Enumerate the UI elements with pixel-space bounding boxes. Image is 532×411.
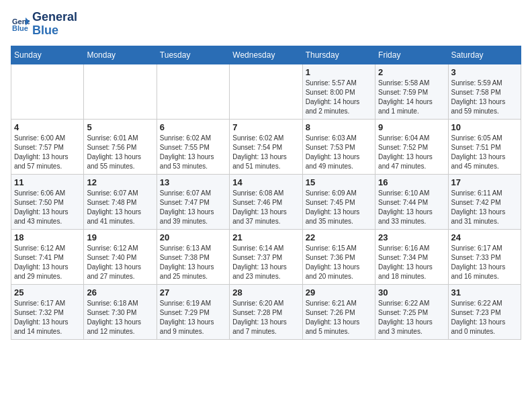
day-number: 20 <box>160 232 226 242</box>
day-number: 29 <box>306 287 372 298</box>
cell-info: Sunrise: 6:06 AM Sunset: 7:50 PM Dayligh… <box>14 189 81 226</box>
cell-info: Sunrise: 6:13 AM Sunset: 7:38 PM Dayligh… <box>160 244 226 281</box>
day-number: 8 <box>306 122 372 132</box>
calendar-cell: 4Sunrise: 6:00 AM Sunset: 7:57 PM Daylig… <box>11 119 84 174</box>
weekday-header-sunday: Sunday <box>11 46 84 64</box>
day-number: 9 <box>378 122 445 132</box>
cell-info: Sunrise: 6:07 AM Sunset: 7:47 PM Dayligh… <box>160 189 226 226</box>
week-row-3: 11Sunrise: 6:06 AM Sunset: 7:50 PM Dayli… <box>11 174 521 229</box>
day-number: 11 <box>14 177 81 187</box>
day-number: 18 <box>14 232 81 242</box>
cell-info: Sunrise: 6:16 AM Sunset: 7:34 PM Dayligh… <box>378 244 445 281</box>
cell-info: Sunrise: 6:11 AM Sunset: 7:42 PM Dayligh… <box>451 189 518 226</box>
day-number: 15 <box>306 177 372 187</box>
calendar-cell: 24Sunrise: 6:17 AM Sunset: 7:33 PM Dayli… <box>448 229 521 284</box>
weekday-header-wednesday: Wednesday <box>230 46 302 64</box>
calendar-cell: 13Sunrise: 6:07 AM Sunset: 7:47 PM Dayli… <box>157 174 229 229</box>
calendar-cell: 16Sunrise: 6:10 AM Sunset: 7:44 PM Dayli… <box>375 174 448 229</box>
week-row-2: 4Sunrise: 6:00 AM Sunset: 7:57 PM Daylig… <box>11 119 521 174</box>
day-number: 7 <box>232 122 299 132</box>
weekday-header-saturday: Saturday <box>448 46 521 64</box>
day-number: 27 <box>160 287 226 298</box>
day-number: 31 <box>451 287 518 298</box>
cell-info: Sunrise: 6:12 AM Sunset: 7:41 PM Dayligh… <box>14 244 81 281</box>
cell-info: Sunrise: 6:07 AM Sunset: 7:48 PM Dayligh… <box>87 189 153 226</box>
calendar-cell: 15Sunrise: 6:09 AM Sunset: 7:45 PM Dayli… <box>302 174 375 229</box>
calendar-cell: 7Sunrise: 6:02 AM Sunset: 7:54 PM Daylig… <box>230 119 302 174</box>
week-row-5: 25Sunrise: 6:17 AM Sunset: 7:32 PM Dayli… <box>11 284 521 339</box>
cell-info: Sunrise: 6:02 AM Sunset: 7:54 PM Dayligh… <box>232 134 299 171</box>
cell-info: Sunrise: 6:00 AM Sunset: 7:57 PM Dayligh… <box>14 134 81 171</box>
cell-info: Sunrise: 6:01 AM Sunset: 7:56 PM Dayligh… <box>87 134 153 171</box>
calendar-cell: 28Sunrise: 6:20 AM Sunset: 7:28 PM Dayli… <box>230 284 302 339</box>
calendar-cell: 21Sunrise: 6:14 AM Sunset: 7:37 PM Dayli… <box>230 229 302 284</box>
weekday-header-friday: Friday <box>375 46 448 64</box>
day-number: 24 <box>451 232 518 242</box>
day-number: 10 <box>451 122 518 132</box>
weekday-header-tuesday: Tuesday <box>157 46 229 64</box>
cell-info: Sunrise: 5:58 AM Sunset: 7:59 PM Dayligh… <box>378 79 445 116</box>
day-number: 14 <box>232 177 299 187</box>
cell-info: Sunrise: 6:19 AM Sunset: 7:29 PM Dayligh… <box>160 299 226 336</box>
weekday-header-thursday: Thursday <box>302 46 375 64</box>
cell-info: Sunrise: 6:05 AM Sunset: 7:51 PM Dayligh… <box>451 134 518 171</box>
day-number: 17 <box>451 177 518 187</box>
day-number: 16 <box>378 177 445 187</box>
day-number: 22 <box>306 232 372 242</box>
calendar-cell: 2Sunrise: 5:58 AM Sunset: 7:59 PM Daylig… <box>375 64 448 119</box>
cell-info: Sunrise: 6:14 AM Sunset: 7:37 PM Dayligh… <box>232 244 299 281</box>
day-number: 13 <box>160 177 226 187</box>
day-number: 4 <box>14 122 81 132</box>
cell-info: Sunrise: 6:03 AM Sunset: 7:53 PM Dayligh… <box>306 134 372 171</box>
calendar-cell <box>157 64 229 119</box>
calendar-cell: 14Sunrise: 6:08 AM Sunset: 7:46 PM Dayli… <box>230 174 302 229</box>
page-header: General Blue General Blue <box>11 11 521 38</box>
day-number: 26 <box>87 287 153 298</box>
cell-info: Sunrise: 6:08 AM Sunset: 7:46 PM Dayligh… <box>232 189 299 226</box>
cell-info: Sunrise: 6:12 AM Sunset: 7:40 PM Dayligh… <box>87 244 153 281</box>
logo: General Blue General Blue <box>11 11 77 38</box>
week-row-4: 18Sunrise: 6:12 AM Sunset: 7:41 PM Dayli… <box>11 229 521 284</box>
cell-info: Sunrise: 6:20 AM Sunset: 7:28 PM Dayligh… <box>232 299 299 336</box>
calendar-table: SundayMondayTuesdayWednesdayThursdayFrid… <box>11 46 521 340</box>
calendar-cell <box>84 64 157 119</box>
calendar-cell: 27Sunrise: 6:19 AM Sunset: 7:29 PM Dayli… <box>157 284 229 339</box>
calendar-cell: 6Sunrise: 6:02 AM Sunset: 7:55 PM Daylig… <box>157 119 229 174</box>
day-number: 6 <box>160 122 226 132</box>
week-row-1: 1Sunrise: 5:57 AM Sunset: 8:00 PM Daylig… <box>11 64 521 119</box>
calendar-cell: 20Sunrise: 6:13 AM Sunset: 7:38 PM Dayli… <box>157 229 229 284</box>
cell-info: Sunrise: 6:09 AM Sunset: 7:45 PM Dayligh… <box>306 189 372 226</box>
day-number: 28 <box>232 287 299 298</box>
calendar-cell: 25Sunrise: 6:17 AM Sunset: 7:32 PM Dayli… <box>11 284 84 339</box>
cell-info: Sunrise: 6:22 AM Sunset: 7:23 PM Dayligh… <box>451 299 518 336</box>
calendar-cell: 1Sunrise: 5:57 AM Sunset: 8:00 PM Daylig… <box>302 64 375 119</box>
cell-info: Sunrise: 5:57 AM Sunset: 8:00 PM Dayligh… <box>306 79 372 116</box>
weekday-header-monday: Monday <box>84 46 157 64</box>
day-number: 2 <box>378 67 445 77</box>
svg-text:Blue: Blue <box>12 24 28 32</box>
calendar-cell: 5Sunrise: 6:01 AM Sunset: 7:56 PM Daylig… <box>84 119 157 174</box>
calendar-cell <box>11 64 84 119</box>
calendar-cell: 23Sunrise: 6:16 AM Sunset: 7:34 PM Dayli… <box>375 229 448 284</box>
cell-info: Sunrise: 6:22 AM Sunset: 7:25 PM Dayligh… <box>378 299 445 336</box>
calendar-cell: 26Sunrise: 6:18 AM Sunset: 7:30 PM Dayli… <box>84 284 157 339</box>
day-number: 1 <box>306 67 372 77</box>
cell-info: Sunrise: 6:21 AM Sunset: 7:26 PM Dayligh… <box>306 299 372 336</box>
logo-blue: Blue <box>32 24 77 38</box>
cell-info: Sunrise: 6:02 AM Sunset: 7:55 PM Dayligh… <box>160 134 226 171</box>
calendar-cell: 22Sunrise: 6:15 AM Sunset: 7:36 PM Dayli… <box>302 229 375 284</box>
day-number: 12 <box>87 177 153 187</box>
logo-icon: General Blue <box>11 15 30 34</box>
cell-info: Sunrise: 6:18 AM Sunset: 7:30 PM Dayligh… <box>87 299 153 336</box>
day-number: 5 <box>87 122 153 132</box>
cell-info: Sunrise: 6:10 AM Sunset: 7:44 PM Dayligh… <box>378 189 445 226</box>
calendar-cell: 18Sunrise: 6:12 AM Sunset: 7:41 PM Dayli… <box>11 229 84 284</box>
cell-info: Sunrise: 6:17 AM Sunset: 7:32 PM Dayligh… <box>14 299 81 336</box>
day-number: 25 <box>14 287 81 298</box>
cell-info: Sunrise: 5:59 AM Sunset: 7:58 PM Dayligh… <box>451 79 518 116</box>
cell-info: Sunrise: 6:17 AM Sunset: 7:33 PM Dayligh… <box>451 244 518 281</box>
calendar-cell: 12Sunrise: 6:07 AM Sunset: 7:48 PM Dayli… <box>84 174 157 229</box>
cell-info: Sunrise: 6:15 AM Sunset: 7:36 PM Dayligh… <box>306 244 372 281</box>
calendar-cell: 11Sunrise: 6:06 AM Sunset: 7:50 PM Dayli… <box>11 174 84 229</box>
cell-info: Sunrise: 6:04 AM Sunset: 7:52 PM Dayligh… <box>378 134 445 171</box>
